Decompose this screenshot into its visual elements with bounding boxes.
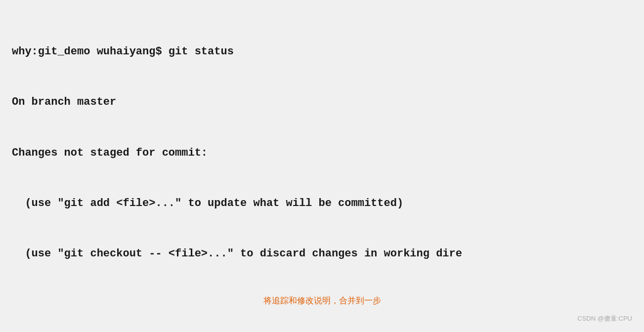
line-text: why:git_demo wuhaiyang$ git status <box>12 45 234 58</box>
terminal-line-2: On branch master <box>12 94 632 111</box>
terminal-line-1: why:git_demo wuhaiyang$ git status <box>12 43 632 60</box>
terminal-output: why:git_demo wuhaiyang$ git status On br… <box>12 10 632 332</box>
watermark-text: CSDN @傻童:CPU <box>577 314 632 323</box>
line-text: Changes not staged for commit: <box>12 147 208 159</box>
line-text: On branch master <box>12 96 116 108</box>
line-text: (use "git checkout -- <file>..." to disc… <box>12 248 462 260</box>
terminal-window: why:git_demo wuhaiyang$ git status On br… <box>0 0 644 332</box>
terminal-line-3: Changes not staged for commit: <box>12 145 632 162</box>
terminal-line-5: (use "git checkout -- <file>..." to disc… <box>12 246 632 262</box>
terminal-line-4: (use "git add <file>..." to update what … <box>12 195 632 212</box>
annotation-text: 将追踪和修改说明，合并到一步 <box>263 295 381 306</box>
line-text: (use "git add <file>..." to update what … <box>12 197 403 209</box>
